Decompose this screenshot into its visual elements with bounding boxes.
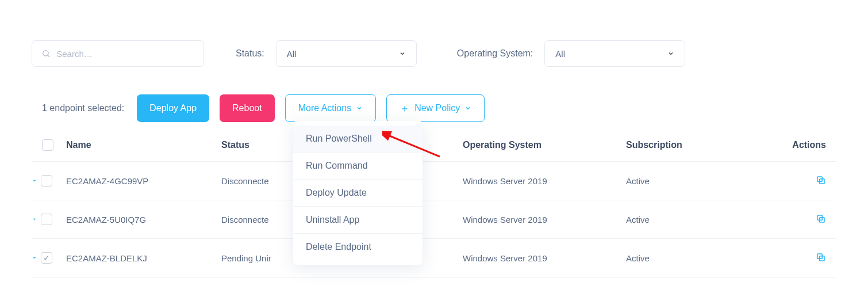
cell-os: Windows Server 2019: [463, 215, 626, 225]
svg-point-0: [43, 51, 48, 56]
new-policy-label: New Policy: [414, 103, 460, 113]
column-header-actions: Actions: [741, 140, 826, 150]
more-actions-button[interactable]: More Actions: [285, 94, 376, 122]
expand-row-icon[interactable]: [32, 178, 37, 184]
menu-item-deploy-update[interactable]: Deploy Update: [293, 180, 423, 207]
more-actions-menu: Run PowerShell Run Command Deploy Update…: [293, 121, 423, 265]
table-row: EC2AMAZ-4GC99VP Disconnecte Windows Serv…: [32, 162, 836, 200]
endpoints-table: Name Status Updates Operating System Sub…: [32, 139, 836, 277]
menu-item-uninstall-app[interactable]: Uninstall App: [293, 207, 423, 234]
row-checkbox[interactable]: [41, 175, 52, 187]
more-actions-label: More Actions: [298, 103, 351, 113]
cell-subscription: Active: [626, 176, 741, 186]
search-input[interactable]: [56, 49, 194, 59]
filter-row: Status: All Operating System: All: [32, 40, 836, 67]
svg-line-1: [48, 55, 49, 57]
cell-os: Windows Server 2019: [463, 253, 626, 263]
os-filter-select[interactable]: All: [544, 40, 685, 67]
reboot-button[interactable]: Reboot: [220, 94, 275, 122]
cell-subscription: Active: [626, 253, 741, 263]
menu-item-run-command[interactable]: Run Command: [293, 153, 423, 180]
status-filter-select[interactable]: All: [276, 40, 417, 67]
copy-icon[interactable]: [816, 214, 826, 226]
plus-icon: ＋: [400, 101, 410, 115]
cell-name: EC2AMAZ-4GC99VP: [66, 176, 221, 186]
action-row: 1 endpoint selected: Deploy App Reboot M…: [32, 94, 836, 122]
table-row: EC2AMAZ-BLDELKJ Pending Unir Windows Ser…: [32, 239, 836, 277]
chevron-down-icon: [399, 50, 406, 57]
status-filter-value: All: [287, 49, 297, 59]
selection-count: 1 endpoint selected:: [42, 103, 124, 113]
table-row: EC2AMAZ-5U0IQ7G Disconnecte Windows Serv…: [32, 200, 836, 239]
expand-row-icon[interactable]: [32, 255, 37, 261]
menu-item-run-powershell[interactable]: Run PowerShell: [293, 126, 423, 153]
copy-icon[interactable]: [816, 175, 826, 187]
copy-icon[interactable]: [816, 252, 826, 264]
column-header-os[interactable]: Operating System: [463, 140, 626, 150]
os-filter-label: Operating System:: [457, 48, 533, 59]
new-policy-button[interactable]: ＋ New Policy: [386, 94, 485, 122]
search-icon: [41, 48, 51, 59]
cell-name: EC2AMAZ-5U0IQ7G: [66, 215, 221, 225]
deploy-app-button[interactable]: Deploy App: [137, 94, 209, 122]
chevron-down-icon: [356, 105, 363, 112]
chevron-down-icon: [667, 50, 674, 57]
cell-name: EC2AMAZ-BLDELKJ: [66, 253, 221, 263]
cell-os: Windows Server 2019: [463, 176, 626, 186]
cell-subscription: Active: [626, 215, 741, 225]
os-filter-value: All: [555, 49, 565, 59]
menu-item-delete-endpoint[interactable]: Delete Endpoint: [293, 234, 423, 260]
table-header: Name Status Updates Operating System Sub…: [32, 139, 836, 162]
column-header-subscription[interactable]: Subscription: [626, 140, 741, 150]
row-checkbox[interactable]: [41, 214, 52, 225]
select-all-checkbox[interactable]: [42, 139, 53, 151]
expand-row-icon[interactable]: [32, 216, 37, 222]
column-header-name[interactable]: Name: [66, 140, 221, 150]
status-filter-label: Status:: [236, 48, 264, 59]
search-box[interactable]: [32, 40, 204, 67]
chevron-down-icon: [464, 105, 471, 112]
row-checkbox[interactable]: [41, 252, 52, 264]
